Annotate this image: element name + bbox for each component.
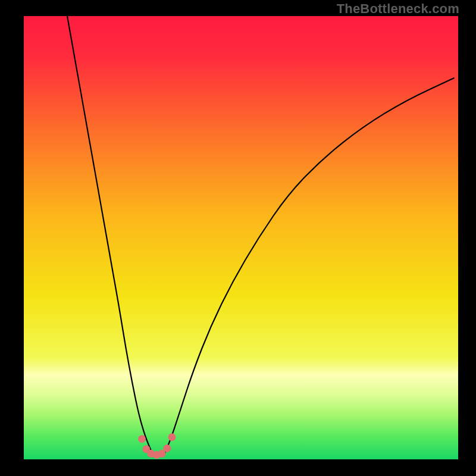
plot-area [24,16,458,459]
curve-left-branch [67,16,152,453]
marker-dot [163,444,171,452]
curve-right-branch [165,78,453,453]
marker-dot [168,433,176,441]
bottom-marker-cluster [138,433,176,459]
watermark-text: TheBottleneck.com [337,1,459,17]
marker-dot [138,435,146,443]
chart-frame: TheBottleneck.com [0,0,476,476]
bottleneck-curve [24,16,458,459]
